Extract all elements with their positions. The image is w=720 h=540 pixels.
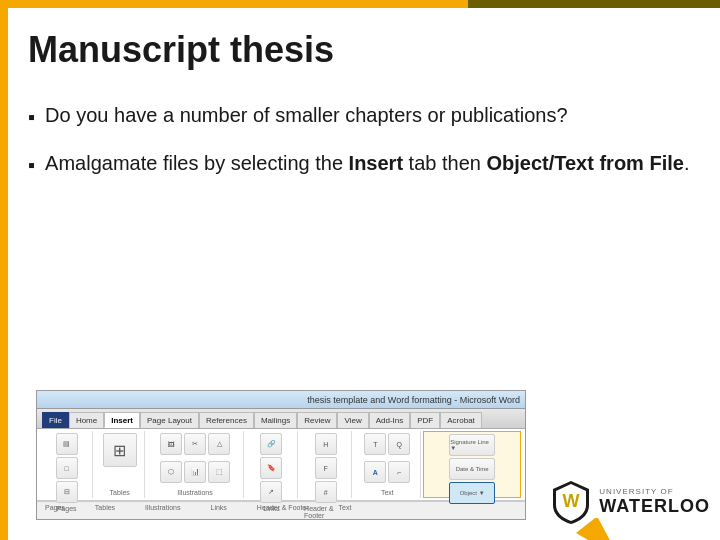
tables-icons: ⊞ (103, 433, 137, 487)
left-accent-bar (0, 8, 8, 540)
word-titlebar: thesis template and Word formatting - Mi… (37, 391, 525, 409)
word-screenshot: thesis template and Word formatting - Mi… (36, 390, 526, 520)
ribbon-tabs: File Home Insert Page Layout References … (37, 409, 525, 429)
header-icon[interactable]: H (315, 433, 337, 455)
smartart-icon[interactable]: ⬡ (160, 461, 182, 483)
svg-text:W: W (563, 491, 580, 511)
top-bar-dark (468, 0, 720, 8)
word-titlebar-text: thesis template and Word formatting - Mi… (307, 395, 520, 405)
illustrations-label: Illustrations (177, 489, 212, 496)
datetime-icon[interactable]: Date & Time (449, 458, 495, 480)
ribbon-tab-insert[interactable]: Insert (104, 412, 140, 428)
bullet-marker-2: ▪ (28, 151, 35, 179)
page-title: Manuscript thesis (28, 28, 690, 71)
pages-icons: ▤ □ ⊟ (45, 433, 88, 503)
bullet-bold-insert: Insert (349, 152, 403, 174)
ribbon-tab-pagelayout[interactable]: Page Layout (140, 412, 199, 428)
picture-icon[interactable]: 🖼 (160, 433, 182, 455)
sigline-icon[interactable]: Signature Line ▼ (449, 434, 495, 456)
bullet-text-2b: tab then (403, 152, 486, 174)
clipart-icon[interactable]: ✂ (184, 433, 206, 455)
bullet-text-2c: . (684, 152, 690, 174)
bullet-text-2: Amalgamate files by selecting the Insert… (45, 149, 689, 177)
footer-icon[interactable]: F (315, 457, 337, 479)
blank-page-icon[interactable]: □ (56, 457, 78, 479)
word-ribbon: File Home Insert Page Layout References … (37, 409, 525, 520)
footer-text: Text (339, 504, 352, 517)
ribbon-tab-view[interactable]: View (337, 412, 368, 428)
bullet-text-1: Do you have a number of smaller chapters… (45, 101, 568, 129)
tables-label: Tables (110, 489, 130, 496)
page-break-icon[interactable]: ⊟ (56, 481, 78, 503)
bullet-marker-1: ▪ (28, 103, 35, 131)
bookmark-icon[interactable]: 🔖 (260, 457, 282, 479)
main-content: Manuscript thesis ▪ Do you have a number… (8, 8, 720, 540)
university-logo: W UNIVERSITY OF WATERLOO (551, 479, 710, 525)
ribbon-group-tables: ⊞ Tables (95, 431, 145, 498)
headerfooter-icons: H F # (304, 433, 347, 503)
hyperlink-icon[interactable]: 🔗 (260, 433, 282, 455)
ribbon-tab-references[interactable]: References (199, 412, 254, 428)
ribbon-group-object: Signature Line ▼ Date & Time Object ▼ (423, 431, 521, 498)
ribbon-group-pages: ▤ □ ⊟ Pages (41, 431, 93, 498)
footer-links: Links (211, 504, 227, 517)
list-item: ▪ Do you have a number of smaller chapte… (28, 101, 690, 131)
illustrations-icons: 🖼 ✂ △ ⬡ 📊 ⬚ (151, 433, 239, 487)
logo-text: UNIVERSITY OF WATERLOO (599, 487, 710, 517)
ribbon-tab-review[interactable]: Review (297, 412, 337, 428)
shapes-icon[interactable]: △ (208, 433, 230, 455)
dropcap-icon[interactable]: ⌐ (388, 461, 410, 483)
footer-illustrations: Illustrations (145, 504, 180, 517)
waterloo-label: WATERLOO (599, 496, 710, 517)
bullet-text-2a: Amalgamate files by selecting the (45, 152, 349, 174)
wordart-icon[interactable]: A (364, 461, 386, 483)
ribbon-tab-file[interactable]: File (42, 412, 69, 428)
cover-page-icon[interactable]: ▤ (56, 433, 78, 455)
ribbon-tab-addins[interactable]: Add-Ins (369, 412, 411, 428)
object-icons: Signature Line ▼ Date & Time Object ▼ (428, 434, 516, 504)
ribbon-tab-acrobat[interactable]: Acrobat (440, 412, 482, 428)
ribbon-tab-home[interactable]: Home (69, 412, 104, 428)
ribbon-group-headerfooter: H F # Header & Footer (300, 431, 352, 498)
footer-headerfooter: Header & Footer (257, 504, 309, 517)
screenshot-icon[interactable]: ⬚ (208, 461, 230, 483)
ribbon-tab-mailings[interactable]: Mailings (254, 412, 297, 428)
ribbon-tab-pdf[interactable]: PDF (410, 412, 440, 428)
list-item: ▪ Amalgamate files by selecting the Inse… (28, 149, 690, 179)
chart-icon[interactable]: 📊 (184, 461, 206, 483)
text-label: Text (381, 489, 394, 496)
shield-icon: W (551, 479, 591, 525)
bullet-bold-object: Object/Text from File (486, 152, 683, 174)
footer-tables: Tables (95, 504, 115, 517)
footer-pages: Pages (45, 504, 65, 517)
university-label: UNIVERSITY OF (599, 487, 673, 496)
text-icons: T Q A ⌐ (358, 433, 416, 487)
table-icon[interactable]: ⊞ (103, 433, 137, 467)
top-bar-gold (0, 0, 468, 8)
quickparts-icon[interactable]: Q (388, 433, 410, 455)
textbox-icon[interactable]: T (364, 433, 386, 455)
top-accent-bar (0, 0, 720, 8)
crossref-icon[interactable]: ↗ (260, 481, 282, 503)
ribbon-group-illustrations: 🖼 ✂ △ ⬡ 📊 ⬚ Illustrations (147, 431, 244, 498)
pagenum-icon[interactable]: # (315, 481, 337, 503)
ribbon-content: ▤ □ ⊟ Pages ⊞ Tables 🖼 (37, 429, 525, 501)
links-icons: 🔗 🔖 ↗ (250, 433, 293, 503)
ribbon-group-links: 🔗 🔖 ↗ Links (246, 431, 298, 498)
bullet-list: ▪ Do you have a number of smaller chapte… (28, 101, 690, 179)
object-icon[interactable]: Object ▼ (449, 482, 495, 504)
ribbon-group-text: T Q A ⌐ Text (354, 431, 421, 498)
